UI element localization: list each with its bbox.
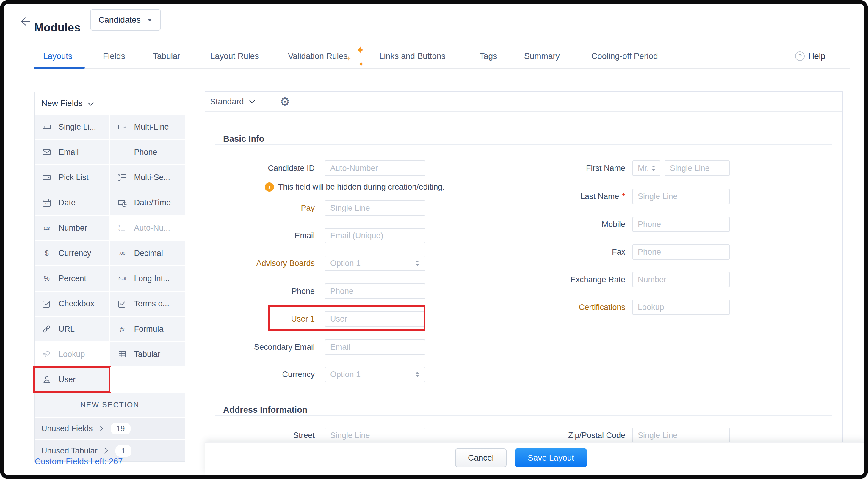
note-text: This field will be hidden during creatio… [278, 182, 445, 192]
field-type-user[interactable]: User [35, 367, 110, 391]
field-label: Certifications [524, 303, 625, 312]
field-type-number[interactable]: 123Number [35, 216, 110, 240]
field-label: Fax [524, 247, 625, 257]
field-type-url[interactable]: URL [35, 317, 110, 341]
lookup-icon [41, 349, 52, 359]
multi-select-icon [117, 173, 128, 182]
svg-text:%: % [44, 275, 50, 282]
section-title-address: Address Information [223, 405, 308, 415]
hidden-field-note: i This field will be hidden during creat… [265, 182, 445, 192]
custom-fields-left-link[interactable]: Custom Fields Left: 267 [35, 457, 123, 466]
currency-select[interactable]: Option 1 [325, 367, 425, 382]
field-type-decimal[interactable]: .00Decimal [111, 241, 185, 265]
svg-text:1: 1 [118, 224, 120, 228]
form-row-certifications: Certifications [524, 300, 730, 315]
section-divider [215, 144, 832, 145]
tab-summary[interactable]: Summary [524, 52, 560, 61]
unused-fields-row[interactable]: Unused Fields 19 [35, 418, 185, 439]
screen: Modules Candidates Layouts Fields Tabula… [0, 0, 868, 479]
mobile-input[interactable] [632, 217, 730, 232]
help-label: Help [808, 52, 826, 61]
street-input[interactable] [325, 427, 425, 443]
salutation-select[interactable]: Mr. [632, 161, 660, 176]
tab-tags[interactable]: Tags [479, 52, 497, 61]
tab-tabular[interactable]: Tabular [153, 52, 180, 61]
field-type-tabular[interactable]: Tabular [111, 342, 185, 366]
field-type-email[interactable]: Email [35, 140, 110, 164]
save-layout-button[interactable]: Save Layout [515, 448, 587, 467]
chevron-down-icon [87, 101, 94, 107]
email-icon [41, 147, 52, 157]
field-type-long-integer[interactable]: 9...9Long Int... [111, 266, 185, 290]
tab-fields[interactable]: Fields [103, 52, 125, 61]
gear-icon[interactable]: ⚙ [280, 95, 290, 108]
form-row-fax: Fax [524, 244, 730, 260]
advisory-boards-select[interactable]: Option 1 [325, 255, 425, 271]
new-fields-label: New Fields [41, 99, 83, 108]
layout-view-selector[interactable]: Standard [210, 97, 244, 106]
certifications-input[interactable] [632, 300, 730, 315]
url-icon [41, 324, 52, 334]
field-type-date-time[interactable]: Date/Time [111, 191, 185, 215]
tabs-divider [34, 68, 850, 69]
field-type-terms[interactable]: Terms o... [111, 292, 185, 316]
field-type-phone[interactable]: Phone [111, 140, 185, 164]
field-label: Street [205, 431, 315, 440]
tab-links-and-buttons[interactable]: Links and Buttons [379, 52, 445, 61]
auto-number-icon: 12 [117, 223, 128, 233]
tab-layouts[interactable]: Layouts [43, 52, 72, 61]
field-type-pick-list[interactable]: Pick List [35, 165, 110, 190]
form-row-phone: Phone [205, 283, 425, 299]
cancel-button[interactable]: Cancel [455, 448, 506, 467]
tab-validation-rules[interactable]: Validation Rules [288, 52, 347, 61]
field-type-formula[interactable]: fxFormula [111, 317, 185, 341]
field-label: Secondary Email [205, 343, 315, 352]
fax-input[interactable] [632, 244, 730, 260]
phone-input[interactable] [325, 283, 425, 299]
layout-editor-panel: Standard ⚙ Basic Info Candidate ID i Thi… [205, 91, 843, 475]
field-type-multi-select[interactable]: Multi-Se... [111, 165, 185, 190]
terms-icon [117, 299, 128, 308]
field-type-multi-line[interactable]: Multi-Line [111, 115, 185, 139]
field-type-single-line[interactable]: Single Li... [35, 115, 110, 139]
last-name-input[interactable] [632, 189, 730, 204]
new-fields-dropdown[interactable]: New Fields [35, 92, 185, 115]
field-type-percent[interactable]: %Percent [35, 266, 110, 290]
svg-text:.00: .00 [119, 250, 125, 255]
first-name-input[interactable] [664, 161, 730, 176]
back-arrow-icon[interactable] [19, 14, 32, 28]
candidate-id-input[interactable] [325, 161, 425, 176]
exchange-rate-input[interactable] [632, 272, 730, 287]
field-type-date[interactable]: 10Date [35, 191, 110, 215]
module-selector-button[interactable]: Candidates [90, 9, 161, 31]
chevron-down-icon[interactable] [249, 99, 256, 105]
active-tab-underline [34, 67, 85, 69]
caret-down-icon [147, 18, 153, 22]
required-asterisk: * [622, 192, 625, 201]
phone-icon [117, 148, 128, 156]
layout-view-bar: Standard ⚙ [205, 92, 842, 112]
app-window: Modules Candidates Layouts Fields Tabula… [0, 0, 868, 479]
field-label: Pay [205, 204, 315, 213]
form-row-secondary-email: Secondary Email [205, 339, 425, 355]
field-label: Candidate ID [205, 164, 315, 173]
pay-input[interactable] [325, 200, 425, 216]
new-section-drop-target[interactable]: NEW SECTION [35, 392, 185, 417]
field-type-checkbox[interactable]: Checkbox [35, 292, 110, 316]
email-input[interactable] [325, 228, 425, 243]
empty-cell [111, 367, 185, 391]
tab-layout-rules[interactable]: Layout Rules [210, 52, 259, 61]
zip-input[interactable] [632, 427, 730, 443]
module-selector-value: Candidates [98, 15, 141, 25]
highlight-box-user1-row [268, 305, 425, 331]
help-button[interactable]: ? Help [795, 52, 826, 61]
field-label: Advisory Boards [205, 259, 315, 268]
field-types-grid: Single Li... Multi-Line Email Phone Pick… [35, 115, 185, 391]
stepper-icon [414, 371, 421, 378]
tab-cooling-off-period[interactable]: Cooling-off Period [591, 52, 658, 61]
field-label: Mobile [524, 220, 625, 229]
tabular-icon [117, 349, 128, 359]
secondary-email-input[interactable] [325, 339, 425, 355]
calendar-clock-icon [117, 198, 128, 207]
field-type-currency[interactable]: $Currency [35, 241, 110, 265]
